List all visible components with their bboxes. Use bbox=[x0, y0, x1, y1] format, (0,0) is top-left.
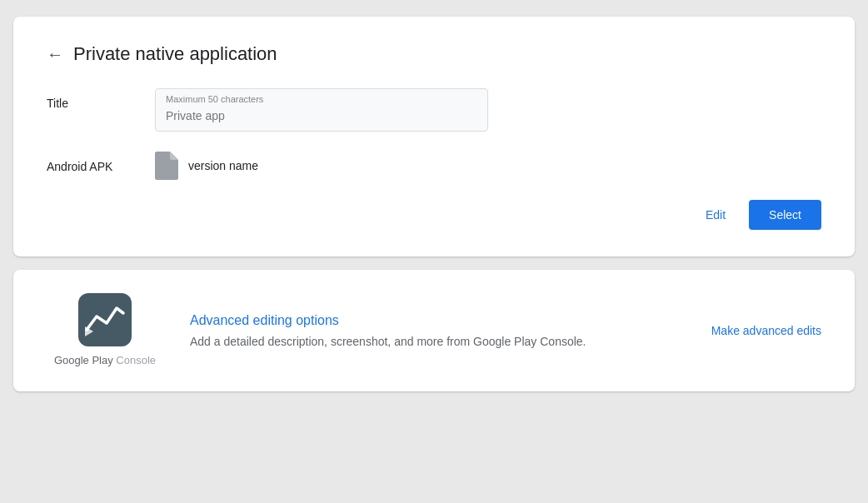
apk-field: version name bbox=[155, 152, 821, 180]
edit-button[interactable]: Edit bbox=[696, 202, 736, 228]
main-card: ← Private native application Title Maxim… bbox=[13, 17, 855, 256]
gpc-logo: Google Play Console bbox=[47, 293, 163, 368]
gpc-icon bbox=[78, 293, 132, 346]
actions-row: Edit Select bbox=[47, 200, 821, 230]
back-button[interactable]: ← bbox=[47, 46, 63, 62]
make-advanced-edits-button[interactable]: Make advanced edits bbox=[711, 324, 821, 337]
gpc-logo-text: Google Play Console bbox=[54, 353, 156, 368]
version-name: version name bbox=[188, 159, 258, 172]
logo-google: Google Play bbox=[54, 354, 116, 366]
svg-rect-0 bbox=[78, 293, 132, 346]
title-row: Title Maximum 50 characters bbox=[47, 88, 821, 132]
advanced-content: Advanced editing options Add a detailed … bbox=[190, 313, 685, 348]
apk-row: Android APK version name bbox=[47, 152, 821, 180]
logo-console: Console bbox=[116, 354, 156, 366]
advanced-title: Advanced editing options bbox=[190, 313, 685, 328]
title-input[interactable] bbox=[156, 106, 487, 131]
page-title: Private native application bbox=[73, 43, 277, 65]
select-button[interactable]: Select bbox=[749, 200, 821, 230]
file-icon bbox=[155, 152, 178, 180]
advanced-desc: Add a detailed description, screenshot, … bbox=[190, 335, 685, 348]
title-hint: Maximum 50 characters bbox=[156, 89, 487, 106]
page-header: ← Private native application bbox=[47, 43, 821, 65]
advanced-actions: Make advanced edits bbox=[711, 323, 821, 338]
title-field: Maximum 50 characters bbox=[155, 88, 821, 132]
apk-label: Android APK bbox=[47, 152, 155, 173]
title-label: Title bbox=[47, 88, 155, 110]
advanced-card: Google Play Console Advanced editing opt… bbox=[13, 270, 855, 391]
title-input-wrapper: Maximum 50 characters bbox=[155, 88, 488, 132]
